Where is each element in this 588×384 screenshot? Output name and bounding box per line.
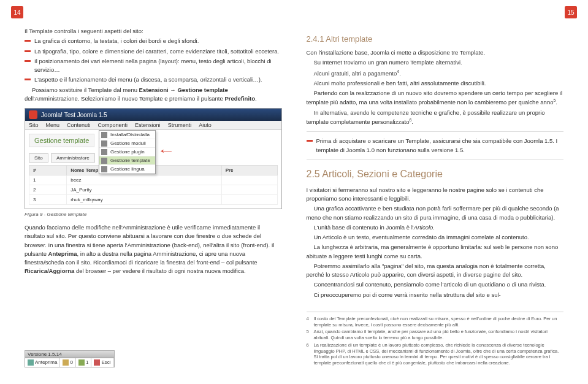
table-row[interactable]: 3rhuk_milkyway [29, 195, 278, 205]
page-number-left: 14 [11, 6, 23, 18]
cell [221, 195, 277, 205]
label: Gestione plugin [110, 149, 145, 155]
joomla-admin-screenshot: Joomla! Test Joomla 1.5 Sito Menu Conten… [25, 108, 282, 209]
menu-item[interactable]: Sito [29, 122, 39, 128]
template-icon [101, 158, 107, 164]
text: . [411, 118, 413, 125]
text: . [399, 70, 401, 77]
menu-path: Estensioni → Gestione template [139, 86, 228, 93]
col-pre: Pre [221, 166, 277, 175]
user-icon [78, 359, 85, 366]
tab-site[interactable]: Sito [29, 153, 48, 163]
cell: 3 [29, 195, 67, 205]
bullet-icon [307, 140, 313, 142]
preview-button[interactable]: Anteprima [25, 358, 60, 367]
menu-item[interactable]: Menu [46, 122, 60, 128]
dropdown-item[interactable]: Gestione lingua [99, 165, 155, 174]
joomla-logo-icon [29, 110, 37, 119]
text: dell'Amministrazione. Selezioniamo il nu… [25, 95, 224, 102]
menu-item[interactable]: Strumenti [168, 122, 192, 128]
plugin-icon [101, 149, 107, 155]
extensions-dropdown: Installa/Disinstalla Gestione moduli Ges… [99, 130, 156, 174]
label: Esci [101, 359, 110, 365]
divider [307, 131, 564, 132]
heading-altri-template: 2.4.1 Altri template [307, 34, 564, 44]
panel-title: Gestione template [29, 134, 94, 147]
p9: L'unità base di contenuto in Joomla è l'… [307, 223, 564, 232]
bullet-1: La grafica di contorno, la testata, i co… [34, 37, 282, 45]
bullet-icon [25, 79, 31, 80]
label: 0 [70, 359, 72, 365]
install-icon [101, 132, 107, 138]
label: Gestione template [110, 158, 150, 163]
dropdown-item[interactable]: Gestione moduli [99, 139, 155, 148]
dropdown-item[interactable]: Gestione plugin [99, 148, 155, 156]
preview-icon [28, 359, 34, 366]
cell: 2 [29, 185, 67, 195]
fn-text: La realizzazione di un template è un lav… [314, 342, 564, 366]
fn-num: 5 [307, 329, 310, 341]
menu-item[interactable]: Contenuti [67, 122, 91, 128]
logout-button[interactable]: Esci [91, 358, 113, 367]
p13: Concentrandosi sul contenuto, pensiamolo… [307, 280, 564, 289]
p4: Alcuni molto professionali e ben fatti, … [307, 79, 564, 88]
dropdown-item-highlighted[interactable]: Gestione template [99, 156, 155, 165]
p8: Una grafica accattivante e ben studiata … [307, 204, 564, 222]
footer-toolbar-screenshot: Versione 1.5.14 Anteprima 0 1 Esci [25, 350, 115, 367]
p1: Con l'installazione base, Joomla ci mett… [307, 48, 564, 57]
label: Anteprima [35, 359, 57, 365]
p12: Potremmo assimilarlo alla "pagina" del s… [307, 262, 564, 280]
cell [221, 175, 277, 185]
compatibility-callout: Prima di acquistare o scaricare un Templ… [316, 137, 564, 155]
mail-icon [63, 359, 69, 366]
button-name: Predefinito [224, 95, 255, 102]
language-icon [101, 166, 107, 172]
button-name: Anteprima [48, 250, 77, 257]
logout-icon [94, 359, 100, 366]
bullet-icon [25, 50, 31, 52]
figure-caption: Figura 9 - Gestione template [25, 212, 282, 217]
label: 1 [86, 359, 88, 365]
cell: rhuk_milkyway [67, 195, 221, 205]
module-icon [101, 140, 107, 147]
table-row[interactable]: 1beez [29, 175, 278, 185]
tab-admin[interactable]: Amministratore [51, 153, 95, 163]
p6: In alternativa, avendo le competenze tec… [307, 109, 564, 127]
menu-item[interactable]: Componenti [98, 122, 128, 128]
p5: Partendo con la realizzazione di un nuov… [307, 89, 564, 107]
bullet-3: Il posizionamento dei vari elementi nell… [34, 57, 282, 75]
text: Partendo con la realizzazione di un nuov… [307, 90, 563, 106]
bullet-icon [25, 60, 31, 62]
cell: 1 [29, 175, 67, 185]
page-number-right: 15 [565, 6, 577, 18]
heading-articoli: 2.5 Articoli, Sezioni e Categorie [307, 169, 564, 180]
text: . [433, 224, 435, 231]
p3: Alcuni gratuiti, altri a pagamento4. [307, 69, 564, 78]
p10: Un Articolo è un testo, eventualmente co… [307, 233, 564, 242]
menu-item[interactable]: Estensioni [135, 122, 161, 128]
p2: Su Internet troviamo un gran numero Temp… [307, 58, 564, 67]
menu-item[interactable]: Aiuto [199, 122, 212, 128]
label: Gestione moduli [110, 140, 146, 146]
right-column: 2.4.1 Altri template Con l'installazione… [307, 27, 564, 367]
bullet-4: L'aspetto e il funzionamento dei menu (a… [34, 75, 282, 84]
mail-count[interactable]: 0 [60, 358, 75, 367]
version-label: Versione 1.5.14 [25, 351, 114, 358]
label: Gestione lingua [110, 166, 145, 172]
text: . [556, 99, 557, 106]
site-title: Test Joomla 1.5 [64, 112, 107, 118]
p14: Ci preoccuperemo poi di come verrà inser… [307, 291, 564, 299]
cell: JA_Purity [67, 185, 221, 195]
left-column: Il Template controlla i seguenti aspetti… [25, 27, 282, 367]
label: Installa/Disinstalla [110, 132, 150, 137]
text: Possiamo sostituire il Template dal menu [32, 86, 139, 93]
user-count[interactable]: 1 [76, 358, 91, 367]
bullet-icon [25, 40, 31, 42]
para-workflow: Quando facciamo delle modifiche nell'Amm… [25, 223, 282, 276]
intro-text: Il Template controlla i seguenti aspetti… [25, 27, 282, 36]
fn-num: 4 [307, 316, 310, 328]
table-row[interactable]: 2JA_Purity [29, 185, 278, 195]
dropdown-item[interactable]: Installa/Disinstalla [99, 131, 155, 139]
button-name: Ricarica/Aggiorna [25, 267, 74, 274]
text: L'unità base di contenuto in Joomla è l' [314, 224, 414, 231]
